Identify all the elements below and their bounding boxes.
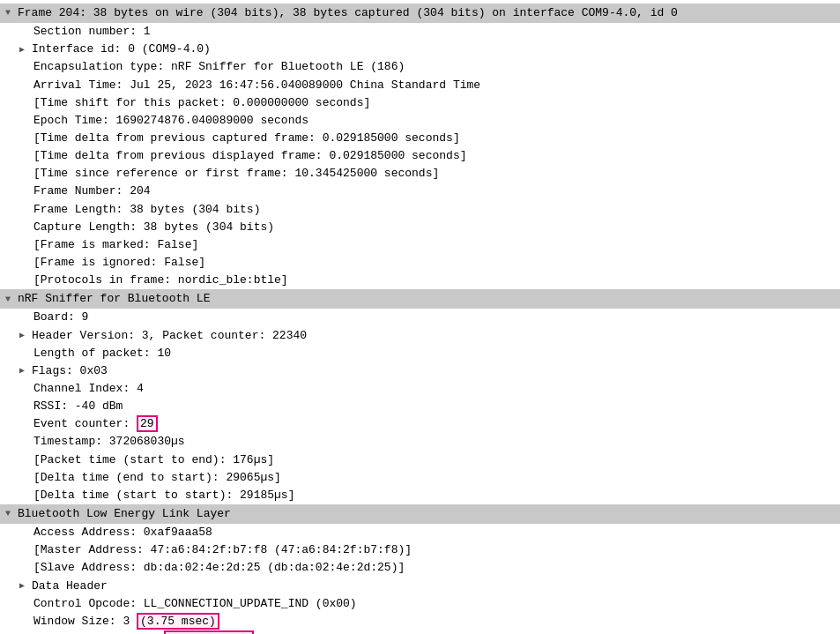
data-header-line[interactable]: Data Header [0, 578, 840, 595]
expand-toggle[interactable] [19, 43, 32, 57]
list-item: [Time since reference or first frame: 10… [0, 165, 840, 183]
nrf-toggle[interactable] [5, 293, 18, 307]
expand-toggle[interactable] [19, 329, 32, 343]
packet-detail-panel: Frame 204: 38 bytes on wire (304 bits), … [0, 0, 840, 634]
nrf-items: Board: 9 Header Version: 3, Packet count… [0, 309, 840, 504]
nrf-section-header[interactable]: nRF Sniffer for Bluetooth LE [0, 289, 840, 309]
list-item[interactable]: Interface id: 0 (COM9-4.0) [0, 41, 840, 58]
list-item: [Packet time (start to end): 176µs] [0, 451, 840, 469]
btle-toggle[interactable] [5, 507, 18, 521]
window-size-line: Window Size: 3 (3.75 msec) [0, 613, 840, 630]
window-offset-value: (952.5 msec) [164, 630, 254, 634]
list-item: Encapsulation type: nRF Sniffer for Blue… [0, 58, 840, 76]
btle-section-header[interactable]: Bluetooth Low Energy Link Layer [0, 504, 840, 524]
list-item: Length of packet: 10 [0, 345, 840, 362]
list-item: [Protocols in frame: nordic_ble:btle] [0, 272, 840, 289]
btle-header-text: Bluetooth Low Energy Link Layer [18, 505, 231, 523]
frame-section-header[interactable]: Frame 204: 38 bytes on wire (304 bits), … [0, 4, 840, 23]
list-item: [Time delta from previous captured frame… [0, 130, 840, 147]
frame-toggle[interactable] [5, 6, 18, 20]
list-item: Frame Number: 204 [0, 183, 840, 200]
list-item: [Time delta from previous displayed fram… [0, 147, 840, 165]
window-size-value: (3.75 msec) [137, 613, 219, 630]
list-item: RSSI: -40 dBm [0, 398, 840, 415]
list-item: Timestamp: 372068030µs [0, 433, 840, 451]
event-counter-value: 29 [137, 415, 158, 432]
nrf-header-text: nRF Sniffer for Bluetooth LE [18, 290, 210, 308]
list-item: [Time shift for this packet: 0.000000000… [0, 94, 840, 112]
list-item: Channel Index: 4 [0, 380, 840, 398]
list-item: Section number: 1 [0, 23, 840, 41]
list-item: Board: 9 [0, 309, 840, 326]
list-item: [Slave Address: db:da:02:4e:2d:25 (db:da… [0, 559, 840, 577]
list-item: Frame Length: 38 bytes (304 bits) [0, 201, 840, 219]
list-item[interactable]: Header Version: 3, Packet counter: 22340 [0, 327, 840, 345]
list-item: [Frame is marked: False] [0, 236, 840, 254]
list-item: [Master Address: 47:a6:84:2f:b7:f8 (47:a… [0, 541, 840, 559]
list-item: [Delta time (start to start): 29185µs] [0, 487, 840, 504]
data-header-toggle[interactable] [19, 579, 32, 593]
frame-header-text: Frame 204: 38 bytes on wire (304 bits), … [18, 4, 678, 22]
frame-items: Section number: 1 Interface id: 0 (COM9-… [0, 23, 840, 289]
window-offset-line: Window Offset: 762 (952.5 msec) [0, 630, 840, 634]
btle-items: Access Address: 0xaf9aaa58 [Master Addre… [0, 524, 840, 634]
list-item: [Frame is ignored: False] [0, 254, 840, 272]
list-item: Access Address: 0xaf9aaa58 [0, 524, 840, 541]
list-item: Epoch Time: 1690274876.040089000 seconds [0, 112, 840, 130]
event-counter-line: Event counter: 29 [0, 415, 840, 433]
list-item: [Delta time (end to start): 29065µs] [0, 469, 840, 487]
list-item: Control Opcode: LL_CONNECTION_UPDATE_IND… [0, 595, 840, 613]
expand-toggle[interactable] [19, 364, 32, 378]
list-item: Arrival Time: Jul 25, 2023 16:47:56.0400… [0, 77, 840, 94]
list-item[interactable]: Flags: 0x03 [0, 362, 840, 380]
list-item: Capture Length: 38 bytes (304 bits) [0, 219, 840, 236]
